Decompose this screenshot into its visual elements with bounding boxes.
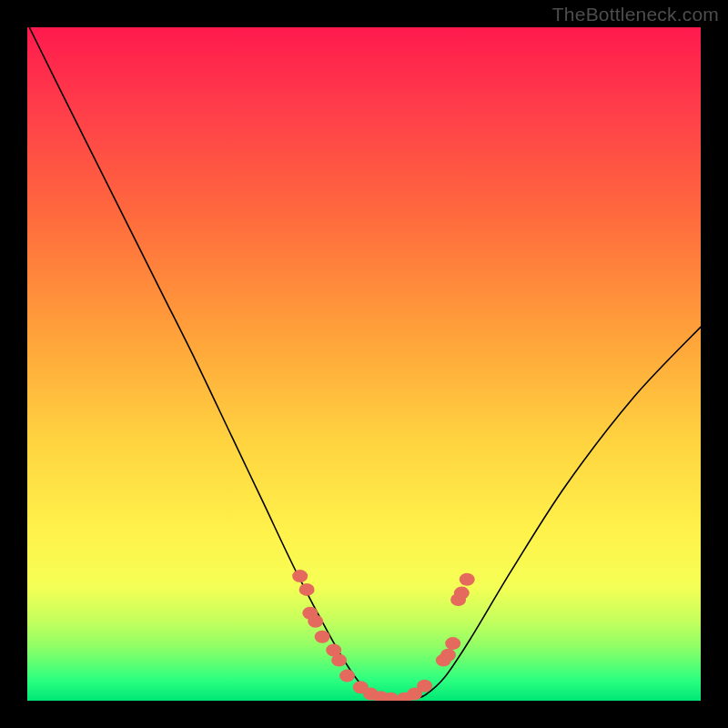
watermark-text: TheBottleneck.com <box>552 4 719 25</box>
highlight-dot <box>339 670 355 682</box>
chart-svg <box>27 27 701 701</box>
outer-frame: TheBottleneck.com <box>0 0 728 728</box>
highlight-dot <box>445 637 460 650</box>
highlight-dots <box>292 570 475 701</box>
highlight-dot <box>440 649 456 662</box>
highlight-dot <box>299 583 315 596</box>
highlight-dot <box>308 615 323 628</box>
highlight-dot <box>417 680 432 693</box>
plot-area <box>27 27 701 701</box>
highlight-dot <box>315 631 330 643</box>
highlight-dot <box>331 654 347 667</box>
highlight-dot <box>292 570 308 582</box>
highlight-dot <box>460 573 475 586</box>
bottleneck-curve <box>29 27 701 699</box>
highlight-dot <box>454 587 470 600</box>
